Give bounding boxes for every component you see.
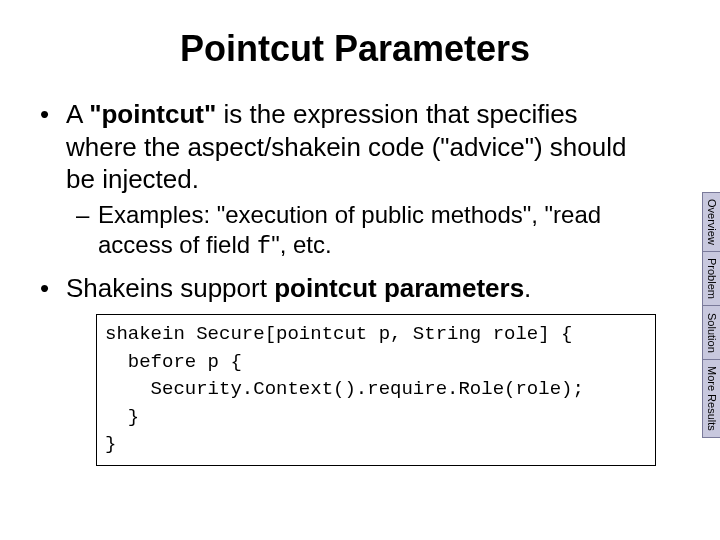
bullet-level1: • Shakeins support pointcut parameters. — [40, 272, 650, 305]
code-block: shakein Secure[pointcut p, String role] … — [96, 314, 656, 466]
side-tabs: Overview Problem Solution More Results — [702, 192, 720, 438]
text-fragment: Shakeins support — [66, 273, 274, 303]
bullet-level1: • A "pointcut" is the expression that sp… — [40, 98, 650, 196]
slide: Pointcut Parameters • A "pointcut" is th… — [0, 0, 720, 540]
text-fragment: A — [66, 99, 89, 129]
tab-problem[interactable]: Problem — [702, 252, 720, 306]
text-fragment: . — [524, 273, 531, 303]
text-fragment: ", etc. — [271, 231, 332, 258]
tab-solution[interactable]: Solution — [702, 306, 720, 360]
bullet-dot: • — [40, 98, 66, 196]
text-bold: "pointcut" — [89, 99, 216, 129]
slide-title: Pointcut Parameters — [40, 28, 670, 70]
bullet-text: A "pointcut" is the expression that spec… — [66, 98, 650, 196]
bullet-dot: • — [40, 272, 66, 305]
tab-overview[interactable]: Overview — [702, 192, 720, 252]
text-fragment: Examples: "execution of public methods",… — [98, 201, 601, 258]
slide-content: • A "pointcut" is the expression that sp… — [40, 98, 670, 466]
bullet-level2: – Examples: "execution of public methods… — [76, 200, 650, 262]
text-mono: f — [257, 233, 271, 260]
text-bold: pointcut parameters — [274, 273, 524, 303]
tab-more-results[interactable]: More Results — [702, 360, 720, 438]
bullet-text: Examples: "execution of public methods",… — [98, 200, 650, 262]
bullet-dash: – — [76, 200, 98, 262]
bullet-text: Shakeins support pointcut parameters. — [66, 272, 650, 305]
